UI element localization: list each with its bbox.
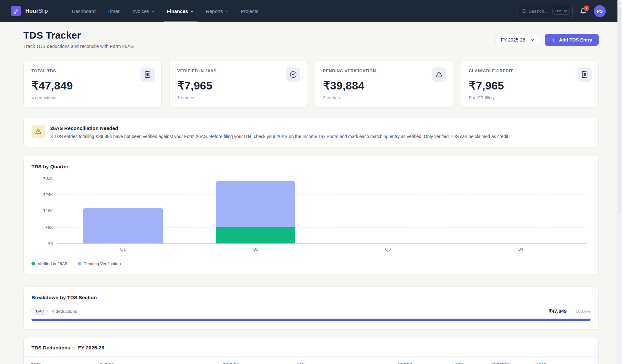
chevron-down-icon (530, 38, 535, 42)
nav-item-reports[interactable]: Reports (201, 0, 234, 22)
chevron-down-icon (224, 9, 229, 14)
alert-text-before: 3 TDS entries totalling ₹39,884 have not… (50, 134, 303, 139)
x-tick-label: Q1 (57, 247, 189, 252)
app-logo-pen-icon[interactable] (11, 6, 21, 16)
page-title: TDS Tracker (23, 30, 134, 41)
reconciliation-alert: 26AS Reconciliation Needed 3 TDS entries… (23, 118, 599, 147)
breakdown-title: Breakdown by TDS Section (31, 295, 591, 300)
main-content: TDS Tracker Track TDS deductions and rec… (0, 22, 617, 364)
breakdown-rows: 194J4 deductions₹47,849100.0% (31, 308, 591, 321)
legend-dot-icon (31, 262, 35, 265)
y-tick-label: ₹24K (43, 192, 53, 197)
column-header-client: CLIENT (100, 362, 223, 364)
top-nav: HourSlip DashboardTimerInvoicesFinancesR… (0, 0, 617, 22)
stat-label: TOTAL TDS (31, 69, 153, 73)
search-box[interactable]: Ctrl+K (518, 5, 573, 17)
scrollbar-up-arrow-icon: ▲ (618, 0, 622, 5)
chart-column-q2 (189, 178, 322, 243)
stat-cards: TOTAL TDS₹47,8494 deductionsVERIFIED IN … (23, 61, 599, 107)
legend-item: Verified in 26AS (31, 261, 68, 266)
x-tick-label: Q4 (454, 247, 587, 252)
receipt-icon (140, 67, 155, 82)
stat-card: TOTAL TDS₹47,8494 deductions (23, 61, 161, 107)
income-tax-portal-link[interactable]: Income Tax Portal (303, 134, 338, 139)
legend-dot-icon (78, 262, 81, 265)
deduction-count: 4 deductions (52, 309, 77, 314)
notifications-button[interactable]: 2 (580, 8, 587, 15)
nav-right: Ctrl+K 2 PS (518, 5, 606, 17)
chart-plot: ₹32K₹24K₹16K₹8K₹0 (57, 178, 587, 243)
chevron-down-icon (190, 9, 194, 14)
brand-name: HourSlip (25, 8, 48, 14)
bar-segment (216, 227, 295, 243)
legend-label: Pending Verification (84, 261, 121, 266)
chevron-down-icon (151, 9, 155, 14)
stat-value: ₹47,849 (31, 79, 153, 92)
chart-gridline: ₹0 (57, 243, 587, 244)
scrollbar-thumb[interactable] (618, 7, 621, 215)
add-tds-entry-button[interactable]: Add TDS Entry (545, 34, 599, 46)
stat-card: PENDING VERIFICATION₹39,8843 entries (315, 61, 453, 107)
search-icon (521, 9, 526, 14)
warning-triangle-icon (432, 67, 446, 82)
search-input[interactable] (529, 9, 550, 14)
check-circle-icon (286, 67, 300, 82)
table-header-row: DATECLIENTINVOICETANGROSSTDSSECTION26AS (24, 356, 598, 364)
chart-x-labels: Q1Q2Q3Q4 (57, 247, 587, 252)
section-percent: 100.0% (576, 309, 591, 314)
column-header-tan: TAN (297, 362, 398, 364)
nav-items: DashboardTimerInvoicesFinancesReportsPro… (67, 0, 263, 22)
bar-segment (216, 181, 295, 227)
fy-select[interactable]: FY 2025-26 (495, 34, 540, 46)
stat-subtext: 3 entries (323, 95, 445, 100)
header-controls: FY 2025-26 Add TDS Entry (495, 34, 599, 46)
plus-icon (551, 38, 556, 42)
y-tick-label: ₹32K (43, 176, 53, 181)
stat-label: PENDING VERIFICATION (323, 69, 445, 73)
alert-body: 3 TDS entries totalling ₹39,884 have not… (50, 134, 509, 140)
fy-select-value: FY 2025-26 (501, 37, 525, 42)
column-header-date: DATE (31, 362, 100, 364)
column-header-26as: 26AS (536, 362, 598, 364)
breakdown-card: Breakdown by TDS Section 194J4 deduction… (23, 287, 599, 330)
stat-subtext: 4 deductions (31, 95, 153, 100)
stat-label: CLAIMABLE CREDIT (469, 69, 591, 73)
brand-name-light: Slip (38, 8, 48, 14)
x-tick-label: Q2 (189, 247, 322, 252)
y-tick-label: ₹16K (43, 208, 53, 213)
chart-column-q1 (57, 178, 189, 243)
chart-legend: Verified in 26ASPending Verification (31, 261, 591, 266)
add-tds-entry-label: Add TDS Entry (559, 37, 592, 42)
nav-item-dashboard[interactable]: Dashboard (67, 0, 100, 22)
tds-by-quarter-card: TDS by Quarter ₹32K₹24K₹16K₹8K₹0 Q1Q2Q3Q… (23, 156, 599, 274)
legend-label: Verified in 26AS (38, 261, 68, 266)
nav-item-timer[interactable]: Timer (103, 0, 124, 22)
alert-text-after: and mark each matching entry as verified… (338, 134, 509, 139)
stat-card: VERIFIED IN 26AS₹7,9651 entries (169, 61, 307, 107)
search-shortcut-kbd: Ctrl+K (552, 8, 570, 15)
y-tick-label: ₹0 (48, 241, 53, 246)
column-header-tds: TDS (455, 362, 491, 364)
brand-name-bold: Hour (25, 8, 38, 14)
tds-deductions-card: TDS Deductions — FY 2025-26 DATECLIENTIN… (23, 337, 599, 364)
page-subtitle: Track TDS deductions and reconcile with … (23, 44, 134, 49)
warning-triangle-icon (31, 125, 45, 138)
stat-value: ₹7,965 (469, 79, 591, 92)
chart-column-q3 (322, 178, 454, 243)
page-scrollbar: ▲ (617, 0, 622, 364)
notification-count-badge: 2 (584, 6, 589, 11)
section-progress-fill (31, 319, 591, 321)
user-avatar[interactable]: PS (594, 5, 606, 17)
legend-item: Pending Verification (78, 261, 121, 266)
bar-segment (83, 208, 163, 243)
nav-item-finances[interactable]: Finances (162, 0, 199, 22)
x-tick-label: Q3 (322, 247, 454, 252)
chart-title: TDS by Quarter (31, 164, 591, 170)
alert-title: 26AS Reconciliation Needed (50, 125, 509, 131)
receipt-icon (578, 67, 592, 82)
chart-bars (57, 178, 587, 243)
column-header-section: SECTION (491, 362, 536, 364)
nav-item-projects[interactable]: Projects (236, 0, 263, 22)
nav-item-invoices[interactable]: Invoices (127, 0, 160, 22)
column-header-invoice: INVOICE (223, 362, 297, 364)
